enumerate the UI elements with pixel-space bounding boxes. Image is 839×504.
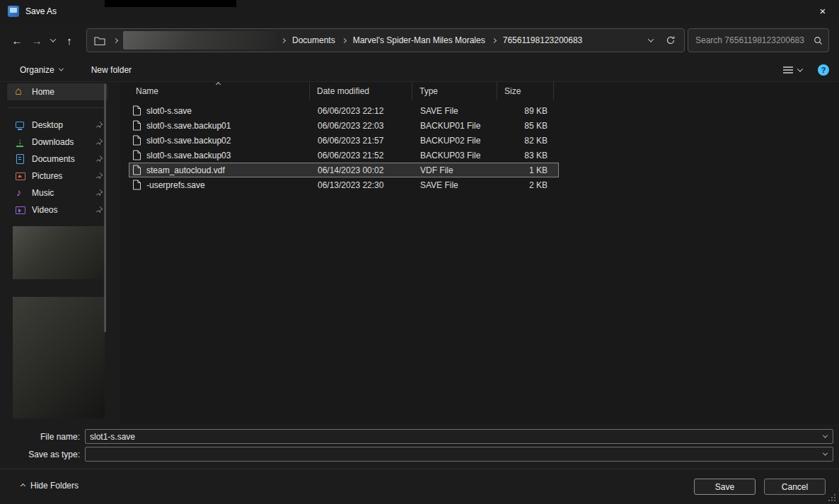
details-view-icon — [782, 65, 794, 75]
cancel-button[interactable]: Cancel — [764, 479, 826, 495]
command-bar: Organize New folder ? — [0, 58, 839, 82]
file-name-cell: slot0-s.save.backup01 — [129, 120, 311, 131]
file-row[interactable]: slot0-s.save.backup03 06/06/2023 21:52 B… — [129, 148, 559, 163]
address-bar-controls — [642, 30, 681, 50]
back-button[interactable]: ← — [7, 30, 27, 50]
column-headers: Name Date modified Type Size — [125, 82, 839, 100]
breadcrumb-segment: Marvel's Spider-Man Miles Morales — [337, 33, 487, 47]
breadcrumb-item[interactable]: 76561198123200683 — [502, 33, 584, 47]
file-row[interactable]: -userprefs.save 06/13/2023 22:30 SAVE Fi… — [129, 177, 559, 192]
address-dropdown-button[interactable] — [642, 31, 660, 49]
file-type-cell: BACKUP02 File — [413, 136, 498, 146]
chevron-down-icon — [822, 433, 827, 438]
navigation-toolbar: ← → ↑ Documents Marvel's Spider-Man Mile… — [0, 23, 839, 58]
redacted-block — [13, 297, 105, 418]
column-label: Size — [504, 86, 521, 96]
file-name-cell: slot0-s.save.backup02 — [129, 135, 311, 146]
sidebar-item[interactable]: Documents — [7, 151, 108, 168]
hide-folders-button[interactable]: Hide Folders — [21, 481, 79, 491]
pin-icon — [95, 206, 103, 214]
chevron-down-icon — [822, 451, 827, 456]
sidebar-item[interactable]: Downloads — [7, 134, 108, 151]
search-input[interactable] — [695, 35, 814, 45]
file-name: slot0-s.save.backup03 — [146, 151, 231, 160]
sidebar-item-label: Music — [32, 188, 88, 198]
organize-label: Organize — [20, 65, 54, 75]
file-name: steam_autocloud.vdf — [146, 165, 225, 175]
file-icon — [132, 120, 141, 131]
file-row[interactable]: steam_autocloud.vdf 06/14/2023 00:02 VDF… — [129, 163, 559, 177]
sidebar-item-icon — [14, 170, 25, 182]
column-header-date-modified[interactable]: Date modified — [310, 82, 412, 100]
file-name: slot0-s.save.backup02 — [146, 136, 231, 146]
window-title: Save As — [25, 6, 57, 16]
pin-icon — [95, 189, 103, 197]
forward-button[interactable]: → — [27, 30, 47, 50]
save-as-dialog: Save As × ← → ↑ Documents Marvel's Spide… — [0, 0, 839, 504]
file-name: slot0-s.save — [146, 106, 192, 116]
view-options-button[interactable] — [782, 65, 802, 75]
sidebar-item-label: Pictures — [32, 171, 88, 181]
sidebar-item-icon — [14, 187, 25, 199]
file-list-pane: Name Date modified Type Size — [120, 82, 839, 424]
bottom-bar: Hide Folders Save Cancel — [0, 469, 839, 504]
new-folder-button[interactable]: New folder — [86, 61, 137, 79]
sidebar-item[interactable]: Music — [7, 184, 108, 201]
file-name: slot0-s.save.backup01 — [146, 121, 231, 131]
file-name-input[interactable] — [86, 432, 817, 442]
search-box — [688, 28, 829, 52]
save-button[interactable]: Save — [694, 479, 756, 495]
organize-button[interactable]: Organize — [14, 61, 69, 79]
file-name-combobox — [85, 429, 833, 444]
folder-icon — [94, 36, 105, 45]
save-as-type-input[interactable] — [86, 450, 817, 459]
help-button[interactable]: ? — [818, 64, 829, 76]
breadcrumb-separator-icon — [342, 37, 347, 42]
sidebar-item[interactable]: Desktop — [7, 117, 108, 134]
file-size-cell: 1 KB — [498, 165, 555, 175]
file-row[interactable]: slot0-s.save 06/06/2023 22:12 SAVE File … — [129, 103, 559, 118]
file-icon — [132, 135, 141, 146]
save-as-type-combobox — [85, 447, 833, 462]
address-bar[interactable]: Documents Marvel's Spider-Man Miles Mora… — [86, 28, 685, 52]
file-type-cell: SAVE File — [413, 180, 498, 190]
dialog-content: Home Desktop Downloads Docu — [0, 82, 839, 424]
column-header-name[interactable]: Name — [125, 82, 310, 100]
column-header-type[interactable]: Type — [412, 82, 497, 100]
file-type-cell: BACKUP01 File — [413, 121, 498, 131]
refresh-button[interactable] — [660, 30, 681, 50]
recent-locations-button[interactable] — [47, 30, 59, 50]
breadcrumb-item[interactable]: Marvel's Spider-Man Miles Morales — [352, 33, 487, 47]
sidebar-item-home[interactable]: Home — [7, 83, 108, 100]
sidebar-item-label: Desktop — [32, 120, 88, 130]
search-icon[interactable] — [814, 36, 823, 45]
file-type-cell: VDF File — [413, 165, 498, 175]
sidebar-scrollbar[interactable] — [104, 83, 106, 332]
file-icon — [132, 165, 141, 175]
breadcrumb-segment: 76561198123200683 — [487, 33, 584, 47]
resize-grip[interactable] — [828, 493, 836, 502]
save-as-type-label: Save as type: — [0, 450, 85, 459]
up-button[interactable]: ↑ — [59, 30, 79, 50]
file-row[interactable]: slot0-s.save.backup02 06/06/2023 21:57 B… — [129, 133, 559, 148]
hide-folders-label: Hide Folders — [30, 481, 79, 491]
file-date-cell: 06/14/2023 00:02 — [311, 165, 413, 175]
redacted-block — [13, 226, 105, 279]
close-button[interactable]: × — [806, 0, 839, 23]
pin-icon — [95, 121, 103, 129]
file-name-dropdown-button[interactable] — [817, 430, 833, 443]
pin-icon — [95, 155, 103, 163]
refresh-icon — [666, 35, 676, 45]
sidebar-item[interactable]: Pictures — [7, 168, 108, 184]
chevron-down-icon — [648, 36, 654, 42]
column-header-size[interactable]: Size — [497, 82, 554, 100]
breadcrumb-item[interactable]: Documents — [291, 33, 337, 47]
file-date-cell: 06/06/2023 21:52 — [311, 151, 413, 160]
pin-icon — [95, 138, 103, 146]
breadcrumb-separator-icon — [492, 37, 497, 42]
save-as-type-dropdown-button[interactable] — [817, 447, 833, 461]
redacted-block — [123, 31, 276, 49]
sidebar-item[interactable]: Videos — [7, 201, 108, 218]
file-name-cell: -userprefs.save — [129, 180, 311, 190]
file-row[interactable]: slot0-s.save.backup01 06/06/2023 22:03 B… — [129, 118, 559, 133]
